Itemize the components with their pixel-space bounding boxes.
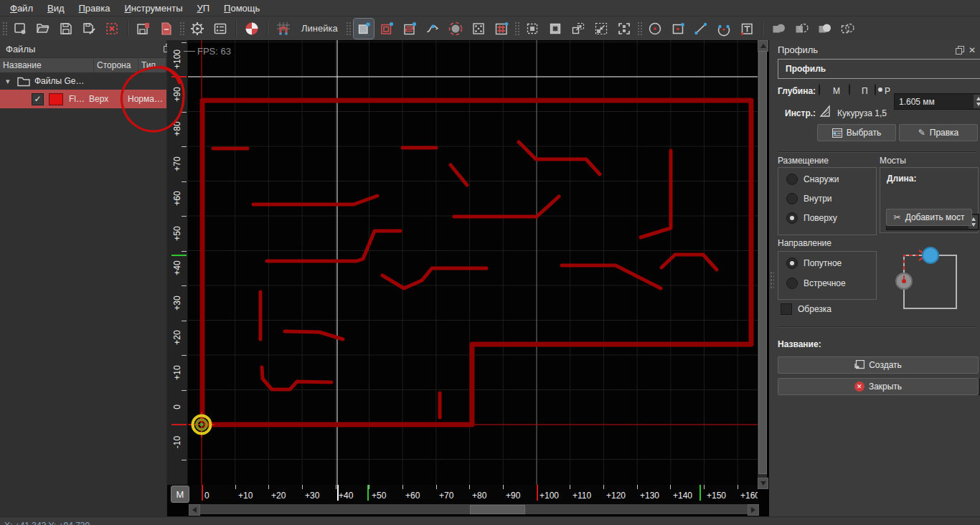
menu-edit[interactable]: Правка [72, 1, 118, 15]
toolbar-separator [235, 21, 237, 37]
vertical-scrollbar[interactable] [758, 40, 767, 489]
save-gcode-button[interactable] [133, 19, 154, 39]
direction-conventional-option[interactable]: Встречное [786, 278, 846, 289]
engrave-op-button[interactable] [400, 19, 420, 39]
trim-checkbox-row[interactable]: Обрезка [781, 303, 831, 315]
files-panel-title: Файлы [6, 44, 35, 55]
path-op-button[interactable] [423, 19, 443, 39]
bool-subtract-button[interactable] [791, 19, 811, 39]
radio-icon[interactable] [786, 212, 798, 224]
scroll-up-button[interactable] [758, 40, 768, 52]
toolbar-grip[interactable] [637, 22, 642, 36]
ruler-tick [182, 146, 187, 147]
menu-tools[interactable]: Инструменты [117, 1, 189, 15]
create-button[interactable]: Создать [778, 356, 979, 374]
float-panel-icon[interactable] [956, 46, 964, 55]
toolbar-grip[interactable] [179, 22, 184, 36]
job-settings-button[interactable] [210, 19, 230, 39]
direction-climb-option[interactable]: Попутное [786, 257, 842, 269]
export-gcode-button[interactable] [156, 19, 176, 39]
save-as-button[interactable] [79, 19, 99, 39]
new-file-button[interactable] [10, 19, 30, 39]
save-file-button[interactable] [56, 19, 76, 39]
scroll-down-button[interactable] [758, 478, 768, 489]
close-file-button[interactable] [102, 19, 122, 39]
menu-file[interactable]: Файл [3, 1, 40, 15]
points-op-button[interactable] [468, 19, 489, 39]
placement-outside-option[interactable]: Снаружи [786, 174, 839, 185]
draw-rect-button[interactable] [668, 19, 688, 39]
machine-control-button[interactable] [187, 19, 207, 39]
edit-tool-button[interactable]: ✎ Правка [899, 124, 978, 141]
scale-down-button[interactable] [591, 19, 611, 39]
column-header-name[interactable]: Название [0, 58, 94, 73]
open-file-button[interactable] [33, 19, 53, 39]
depth-input[interactable]: 1.605 мм [894, 93, 980, 110]
units-mm-button[interactable]: M [171, 486, 189, 503]
horizontal-scrollbar[interactable] [189, 504, 759, 514]
toolbar-grip[interactable] [514, 22, 519, 36]
new-file-icon [12, 21, 28, 37]
radio-icon[interactable] [786, 257, 798, 269]
fit-bounds-button[interactable] [614, 19, 634, 39]
pocket-op-button[interactable] [377, 19, 397, 39]
files-panel-titlebar: Файлы [0, 40, 178, 57]
canvas-area[interactable] [167, 40, 769, 516]
vertical-scroll-thumb[interactable] [758, 51, 767, 474]
draw-arc-button[interactable] [714, 19, 734, 39]
ruler-label: +90 [172, 80, 182, 109]
placement-ontop-option[interactable]: Поверху [786, 212, 837, 224]
bool-intersect-icon [816, 21, 832, 37]
offset-out-button[interactable] [522, 19, 542, 39]
snap-button[interactable] [273, 19, 293, 39]
bool-union-button[interactable] [768, 19, 788, 39]
depth-mode-r-radio[interactable] [875, 84, 876, 95]
ruler-toggle-button[interactable]: Линейка [296, 23, 343, 34]
layer-color-swatch[interactable] [49, 93, 63, 105]
magnet-grid-icon [275, 21, 291, 37]
profile-op-button[interactable] [354, 19, 374, 39]
checkbox-icon[interactable] [781, 303, 792, 315]
bool-intersect-button[interactable] [814, 19, 834, 39]
radio-icon[interactable] [786, 193, 798, 204]
close-panel-icon[interactable]: ✕ [969, 45, 976, 55]
ruler-label: +130 [640, 491, 659, 501]
menu-gcode[interactable]: УП [189, 1, 217, 15]
draw-text-button[interactable] [737, 19, 757, 39]
file-visibility-checkbox[interactable]: ✓ [32, 93, 44, 105]
toolbar-grip[interactable] [2, 22, 7, 36]
file-row-selected[interactable]: ✓ Fl… Верх Норма… [0, 90, 166, 108]
radio-icon[interactable] [786, 174, 798, 185]
scroll-right-button[interactable] [748, 504, 759, 516]
depth-value: 1.605 мм [899, 97, 935, 107]
select-tool-button[interactable]: Выбрать [817, 124, 896, 141]
menu-help[interactable]: Помощь [217, 1, 267, 15]
column-header-side[interactable]: Сторона [94, 58, 138, 73]
divider [778, 326, 976, 328]
drill-op-button[interactable] [446, 19, 466, 39]
add-bridge-button[interactable]: ✂ Добавить мост [886, 209, 972, 226]
ruler-label: +10 [238, 491, 253, 501]
scale-up-button[interactable] [568, 19, 588, 39]
depth-mode-p-radio[interactable] [849, 84, 850, 95]
bool-exclude-button[interactable] [837, 19, 857, 39]
menu-view[interactable]: Вид [40, 1, 72, 15]
hatch-op-button[interactable] [491, 19, 512, 39]
horizontal-scroll-thumb[interactable] [470, 505, 525, 514]
tool-library-button[interactable] [242, 19, 262, 39]
close-button[interactable]: ✕ Закрыть [778, 378, 979, 395]
draw-circle-button[interactable] [645, 19, 665, 39]
scroll-left-button[interactable] [189, 504, 200, 516]
spinner-arrows[interactable] [974, 95, 980, 108]
folder-row[interactable]: ▾ Файлы Ge… [0, 72, 166, 90]
toolbar-grip[interactable] [346, 22, 351, 36]
radio-icon[interactable] [786, 278, 798, 289]
depth-mode-m-radio[interactable] [819, 84, 820, 95]
caret-down-icon[interactable]: ▾ [6, 77, 14, 86]
draw-line-button[interactable] [691, 19, 711, 39]
placement-inside-option[interactable]: Внутри [786, 193, 832, 204]
column-header-type[interactable]: Тип [138, 58, 166, 73]
canvas-viewport[interactable] [167, 40, 769, 516]
offset-in-button[interactable] [545, 19, 565, 39]
panel-splitter[interactable] [770, 271, 774, 290]
